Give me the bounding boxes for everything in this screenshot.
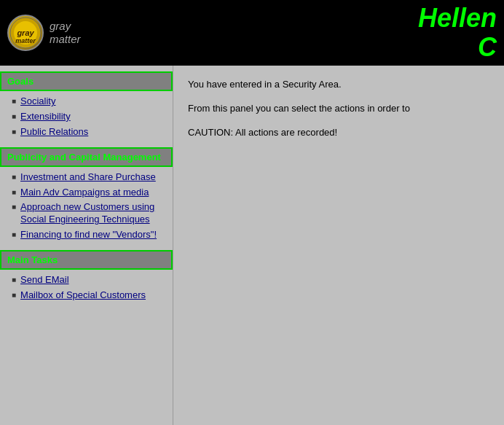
section-goals-header: Goals (0, 71, 173, 91)
logo-line2: matter (50, 33, 81, 45)
public-relations-link[interactable]: Public Relations (20, 126, 88, 139)
svg-text:matter: matter (15, 37, 36, 44)
list-item: Financing to find new "Vendors"! (12, 229, 167, 241)
list-item: Sociality (12, 95, 167, 108)
list-item: Mailbox of Special Customers (12, 289, 167, 302)
content-line2: From this panel you can select the actio… (188, 101, 489, 117)
list-item: Public Relations (12, 126, 167, 139)
list-item: Main Adv Campaigns at media (12, 187, 167, 199)
financing-link[interactable]: Financing to find new "Vendors"! (20, 229, 157, 241)
list-item: Investment and Share Purchase (12, 171, 167, 184)
content-caution: CAUTION: All actions are recorded! (188, 125, 489, 141)
logo-area: gray matter gray matter (7, 15, 81, 51)
sociality-link[interactable]: Sociality (20, 95, 55, 108)
section-main-tasks-header: Main Tasks (0, 250, 173, 270)
send-email-link[interactable]: Send EMail (20, 274, 68, 286)
svg-text:gray: gray (16, 28, 34, 37)
site-title: Hellen C (418, 4, 497, 61)
main-tasks-list: Send EMail Mailbox of Special Customers (0, 274, 173, 311)
site-title-line1: Hellen (418, 4, 497, 33)
logo-line1: gray (50, 20, 71, 32)
approach-customers-link[interactable]: Approach new Customers using Social Engi… (20, 201, 167, 226)
list-item: Approach new Customers using Social Engi… (12, 201, 167, 226)
publicity-list: Investment and Share Purchase Main Adv C… (0, 171, 173, 250)
main-layout: Goals Sociality Extensibility Public Rel… (0, 66, 504, 425)
section-publicity-header: Publicity and Capital Management (0, 147, 173, 167)
section-goals-label: Goals (7, 76, 34, 87)
list-item: Send EMail (12, 274, 167, 286)
logo-text: gray matter (50, 20, 81, 46)
investment-link[interactable]: Investment and Share Purchase (20, 171, 156, 184)
extensibility-link[interactable]: Extensibility (20, 111, 71, 123)
header: gray matter gray matter Hellen C (0, 0, 504, 66)
section-publicity-label: Publicity and Capital Management (7, 152, 161, 163)
goals-list: Sociality Extensibility Public Relations (0, 95, 173, 147)
section-main-tasks-label: Main Tasks (7, 254, 58, 265)
list-item: Extensibility (12, 111, 167, 123)
site-title-line2: C (418, 33, 497, 62)
content-line1: You have entered in a Security Area. (188, 77, 489, 93)
logo-icon: gray matter (7, 15, 44, 51)
content-area: You have entered in a Security Area. Fro… (173, 66, 504, 425)
sidebar: Goals Sociality Extensibility Public Rel… (0, 66, 173, 425)
mailbox-link[interactable]: Mailbox of Special Customers (20, 289, 146, 302)
main-adv-link[interactable]: Main Adv Campaigns at media (20, 187, 149, 199)
